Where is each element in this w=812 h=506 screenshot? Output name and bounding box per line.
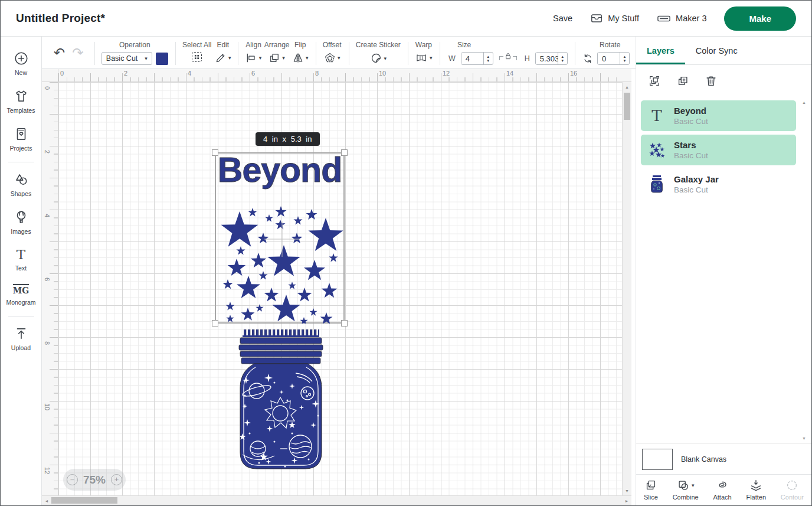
layer-row-beyond[interactable]: T Beyond Basic Cut bbox=[641, 100, 796, 131]
width-stepper[interactable]: ▲ ▼ bbox=[483, 53, 493, 64]
galaxy-jar-layer[interactable] bbox=[235, 329, 326, 474]
contour-button[interactable]: Contour bbox=[781, 479, 804, 505]
align-group[interactable]: Align ▾ bbox=[245, 41, 262, 64]
scroll-down-arrow[interactable]: ▼ bbox=[623, 486, 631, 495]
h-ruler-label: 0 bbox=[60, 70, 64, 77]
header: Untitled Project* Save My Stuff Maker 3 … bbox=[1, 1, 811, 37]
selection-handle[interactable] bbox=[212, 149, 218, 156]
tab-layers[interactable]: Layers bbox=[636, 37, 685, 64]
stars-layer[interactable] bbox=[216, 154, 346, 324]
scroll-left-arrow[interactable]: ◄ bbox=[42, 496, 51, 505]
duplicate-icon bbox=[676, 74, 689, 87]
flip-group[interactable]: Flip ▾ bbox=[292, 41, 309, 64]
layers-list-scrollbar[interactable]: ▲ ▼ bbox=[800, 98, 808, 442]
size-lock-button[interactable] bbox=[499, 50, 517, 61]
v-ruler-label: 8 bbox=[44, 339, 51, 347]
design-canvas[interactable]: 4 in x 5.3 in Beyond bbox=[58, 82, 622, 495]
make-button[interactable]: Make bbox=[724, 6, 796, 31]
v-ruler-label: 4 bbox=[44, 212, 51, 219]
rotate-icon[interactable] bbox=[582, 53, 594, 64]
canvas-horizontal-scrollbar[interactable]: ◄ ► bbox=[42, 495, 631, 505]
create-sticker-group[interactable]: Create Sticker ▾ bbox=[356, 41, 401, 64]
plus-circle-icon bbox=[14, 51, 29, 66]
sidebar-item-upload[interactable]: Upload bbox=[1, 320, 41, 358]
height-input[interactable] bbox=[536, 53, 558, 64]
step-up-icon: ▲ bbox=[561, 55, 564, 58]
ruler-corner bbox=[42, 69, 58, 82]
scroll-up-arrow[interactable]: ▲ bbox=[800, 98, 808, 106]
sidebar-item-templates[interactable]: Templates bbox=[1, 83, 41, 120]
canvas-color-swatch[interactable] bbox=[642, 449, 673, 470]
attach-button[interactable]: Attach bbox=[713, 479, 731, 505]
height-stepper[interactable]: ▲ ▼ bbox=[558, 53, 567, 64]
warp-group[interactable]: Warp ▾ bbox=[415, 41, 433, 64]
offset-group[interactable]: Offset ▾ bbox=[323, 41, 342, 64]
selection-handle[interactable] bbox=[341, 320, 348, 327]
align-icon bbox=[245, 52, 257, 64]
chevron-down-icon: ▾ bbox=[282, 55, 285, 61]
chevron-down-icon: ▾ bbox=[145, 56, 148, 61]
chevron-down-icon: ▾ bbox=[259, 55, 262, 61]
operation-select[interactable]: Basic Cut ▾ bbox=[102, 52, 152, 65]
sidebar-item-shapes[interactable]: Shapes bbox=[1, 166, 41, 204]
rotate-input[interactable] bbox=[598, 53, 620, 64]
selection-handle[interactable] bbox=[212, 320, 218, 327]
h-ruler-label: 6 bbox=[251, 70, 255, 77]
slice-icon bbox=[644, 479, 657, 492]
upload-icon bbox=[14, 326, 29, 341]
sidebar-item-new[interactable]: New bbox=[1, 45, 41, 83]
machine-button[interactable]: Maker 3 bbox=[657, 12, 706, 25]
left-sidebar: New Templates Projects Shapes Images T bbox=[1, 37, 42, 505]
lock-icon bbox=[503, 51, 513, 61]
layer-color-swatch[interactable] bbox=[156, 53, 168, 65]
h-ruler-label: 10 bbox=[379, 70, 386, 77]
canvas-vertical-scrollbar[interactable]: ▲ ▼ bbox=[622, 82, 631, 495]
vertical-scroll-thumb[interactable] bbox=[624, 93, 630, 120]
edit-group[interactable]: Edit ▾ bbox=[215, 41, 231, 64]
my-stuff-button[interactable]: My Stuff bbox=[590, 12, 639, 25]
sidebar-item-images[interactable]: Images bbox=[1, 204, 41, 241]
v-ruler-label: 10 bbox=[44, 403, 51, 410]
tab-color-sync[interactable]: Color Sync bbox=[685, 37, 748, 64]
zoom-in-button[interactable]: + bbox=[111, 474, 122, 485]
save-button[interactable]: Save bbox=[553, 14, 572, 23]
redo-button[interactable]: ↷ bbox=[68, 41, 87, 60]
combine-button[interactable]: ▾ Combine bbox=[673, 479, 699, 505]
sidebar-item-text[interactable]: T Text bbox=[1, 241, 41, 278]
edit-toolbar: ↶ ↷ Operation Basic Cut ▾ Select All bbox=[42, 37, 636, 69]
arrange-icon bbox=[269, 52, 280, 64]
slice-button[interactable]: Slice bbox=[644, 479, 658, 505]
width-input[interactable] bbox=[461, 53, 483, 64]
v-ruler-label: 2 bbox=[44, 148, 51, 155]
flatten-button[interactable]: Flatten bbox=[746, 479, 766, 505]
group-button[interactable] bbox=[648, 74, 661, 87]
sidebar-item-monogram[interactable]: MG Monogram bbox=[1, 278, 41, 312]
select-all-group[interactable]: Select All bbox=[182, 41, 211, 62]
selection-handle[interactable] bbox=[341, 149, 348, 156]
sidebar-item-projects[interactable]: Projects bbox=[1, 120, 41, 158]
layer-row-galaxy-jar[interactable]: Galaxy Jar Basic Cut bbox=[641, 169, 796, 200]
h-ruler-label: 2 bbox=[124, 70, 127, 77]
rotate-input-box: ▲ ▼ bbox=[597, 52, 630, 65]
rotate-group: Rotate ▲ ▼ bbox=[582, 41, 630, 65]
paperclip-icon bbox=[716, 479, 729, 492]
zoom-out-button[interactable]: − bbox=[67, 474, 78, 485]
undo-button[interactable]: ↶ bbox=[50, 41, 68, 60]
v-ruler-label: 0 bbox=[44, 84, 51, 92]
scroll-up-arrow[interactable]: ▲ bbox=[623, 82, 631, 92]
step-up-icon: ▲ bbox=[486, 55, 490, 58]
hot-air-balloon-icon bbox=[14, 210, 29, 225]
duplicate-button[interactable] bbox=[676, 74, 689, 87]
arrange-group[interactable]: Arrange ▾ bbox=[264, 41, 290, 64]
scroll-down-arrow[interactable]: ▼ bbox=[800, 434, 808, 442]
layer-row-stars[interactable]: Stars Basic Cut bbox=[641, 135, 796, 165]
selection-bounding-box[interactable]: Beyond bbox=[215, 152, 345, 324]
header-actions: Save My Stuff Maker 3 Make bbox=[553, 6, 796, 31]
horizontal-scroll-thumb[interactable] bbox=[51, 497, 117, 504]
delete-button[interactable] bbox=[705, 74, 718, 87]
scroll-right-arrow[interactable]: ► bbox=[622, 496, 631, 505]
stars-layer-thumbnail bbox=[646, 142, 668, 158]
horizontal-ruler: 0 2 4 6 8 10 12 14 16 bbox=[58, 69, 622, 82]
size-group: Size W ▲ ▼ bbox=[447, 41, 568, 65]
rotate-stepper[interactable]: ▲ ▼ bbox=[620, 53, 629, 64]
